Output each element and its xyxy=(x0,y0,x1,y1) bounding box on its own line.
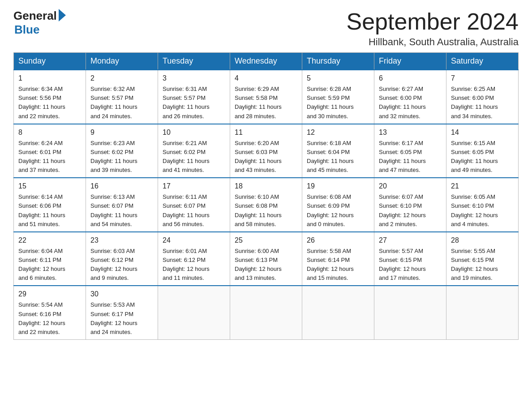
day-info: Sunrise: 6:20 AM Sunset: 6:03 PM Dayligh… xyxy=(235,139,297,175)
day-info: Sunrise: 6:31 AM Sunset: 5:57 PM Dayligh… xyxy=(163,85,225,121)
page-header: General Blue September 2024 Hillbank, So… xyxy=(13,9,519,48)
day-info: Sunrise: 6:03 AM Sunset: 6:12 PM Dayligh… xyxy=(90,247,153,283)
day-info: Sunrise: 6:34 AM Sunset: 5:56 PM Dayligh… xyxy=(18,85,81,121)
day-number: 26 xyxy=(307,235,369,246)
table-row: 30 Sunrise: 5:53 AM Sunset: 6:17 PM Dayl… xyxy=(86,286,158,339)
day-number: 21 xyxy=(451,181,514,192)
day-number: 8 xyxy=(18,127,81,138)
day-info: Sunrise: 5:54 AM Sunset: 6:16 PM Dayligh… xyxy=(18,300,81,337)
logo-arrow-icon xyxy=(59,9,66,21)
day-number: 1 xyxy=(18,73,81,84)
calendar-week-row: 15 Sunrise: 6:14 AM Sunset: 6:06 PM Dayl… xyxy=(14,178,519,232)
day-number: 9 xyxy=(90,127,153,138)
col-saturday: Saturday xyxy=(446,53,519,70)
calendar-week-row: 22 Sunrise: 6:04 AM Sunset: 6:11 PM Dayl… xyxy=(14,232,519,286)
day-number: 25 xyxy=(235,235,297,246)
table-row: 8 Sunrise: 6:24 AM Sunset: 6:01 PM Dayli… xyxy=(14,124,86,178)
day-info: Sunrise: 6:18 AM Sunset: 6:04 PM Dayligh… xyxy=(307,139,369,175)
table-row: 15 Sunrise: 6:14 AM Sunset: 6:06 PM Dayl… xyxy=(14,178,86,232)
day-info: Sunrise: 6:21 AM Sunset: 6:02 PM Dayligh… xyxy=(163,139,225,175)
table-row xyxy=(374,286,446,339)
table-row xyxy=(230,286,302,339)
day-number: 18 xyxy=(235,181,297,192)
table-row: 21 Sunrise: 6:05 AM Sunset: 6:10 PM Dayl… xyxy=(446,178,519,232)
logo-blue-text: Blue xyxy=(14,23,39,37)
table-row xyxy=(158,286,230,339)
table-row: 5 Sunrise: 6:28 AM Sunset: 5:59 PM Dayli… xyxy=(302,70,374,124)
calendar-week-row: 8 Sunrise: 6:24 AM Sunset: 6:01 PM Dayli… xyxy=(14,124,519,178)
calendar-week-row: 29 Sunrise: 5:54 AM Sunset: 6:16 PM Dayl… xyxy=(14,286,519,339)
day-info: Sunrise: 5:55 AM Sunset: 6:15 PM Dayligh… xyxy=(451,247,514,283)
calendar-header-row: Sunday Monday Tuesday Wednesday Thursday… xyxy=(14,53,519,70)
day-info: Sunrise: 6:17 AM Sunset: 6:05 PM Dayligh… xyxy=(379,139,442,175)
table-row xyxy=(302,286,374,339)
day-number: 3 xyxy=(163,73,225,84)
day-info: Sunrise: 6:14 AM Sunset: 6:06 PM Dayligh… xyxy=(18,193,81,229)
table-row: 25 Sunrise: 6:00 AM Sunset: 6:13 PM Dayl… xyxy=(230,232,302,286)
day-info: Sunrise: 6:10 AM Sunset: 6:08 PM Dayligh… xyxy=(235,193,297,229)
day-info: Sunrise: 6:15 AM Sunset: 6:05 PM Dayligh… xyxy=(451,139,514,175)
day-info: Sunrise: 6:04 AM Sunset: 6:11 PM Dayligh… xyxy=(18,247,81,283)
day-info: Sunrise: 5:57 AM Sunset: 6:15 PM Dayligh… xyxy=(379,247,442,283)
col-wednesday: Wednesday xyxy=(230,53,302,70)
day-info: Sunrise: 6:05 AM Sunset: 6:10 PM Dayligh… xyxy=(451,193,514,229)
calendar-week-row: 1 Sunrise: 6:34 AM Sunset: 5:56 PM Dayli… xyxy=(14,70,519,124)
table-row: 13 Sunrise: 6:17 AM Sunset: 6:05 PM Dayl… xyxy=(374,124,446,178)
table-row: 22 Sunrise: 6:04 AM Sunset: 6:11 PM Dayl… xyxy=(14,232,86,286)
calendar-table: Sunday Monday Tuesday Wednesday Thursday… xyxy=(13,52,519,340)
logo-general-text: General xyxy=(13,9,57,23)
day-info: Sunrise: 6:11 AM Sunset: 6:07 PM Dayligh… xyxy=(163,193,225,229)
table-row: 11 Sunrise: 6:20 AM Sunset: 6:03 PM Dayl… xyxy=(230,124,302,178)
day-number: 5 xyxy=(307,73,369,84)
location-title: Hillbank, South Australia, Australia xyxy=(347,36,519,48)
col-friday: Friday xyxy=(374,53,446,70)
day-number: 14 xyxy=(451,127,514,138)
day-number: 4 xyxy=(235,73,297,84)
day-info: Sunrise: 6:00 AM Sunset: 6:13 PM Dayligh… xyxy=(235,247,297,283)
day-number: 13 xyxy=(379,127,442,138)
table-row: 9 Sunrise: 6:23 AM Sunset: 6:02 PM Dayli… xyxy=(86,124,158,178)
table-row: 20 Sunrise: 6:07 AM Sunset: 6:10 PM Dayl… xyxy=(374,178,446,232)
day-info: Sunrise: 6:24 AM Sunset: 6:01 PM Dayligh… xyxy=(18,139,81,175)
table-row xyxy=(446,286,519,339)
col-sunday: Sunday xyxy=(14,53,86,70)
table-row: 1 Sunrise: 6:34 AM Sunset: 5:56 PM Dayli… xyxy=(14,70,86,124)
day-number: 17 xyxy=(163,181,225,192)
table-row: 7 Sunrise: 6:25 AM Sunset: 6:00 PM Dayli… xyxy=(446,70,519,124)
table-row: 19 Sunrise: 6:08 AM Sunset: 6:09 PM Dayl… xyxy=(302,178,374,232)
month-title: September 2024 xyxy=(347,9,519,34)
day-info: Sunrise: 6:28 AM Sunset: 5:59 PM Dayligh… xyxy=(307,85,369,121)
day-info: Sunrise: 5:53 AM Sunset: 6:17 PM Dayligh… xyxy=(90,300,153,337)
day-number: 19 xyxy=(307,181,369,192)
table-row: 16 Sunrise: 6:13 AM Sunset: 6:07 PM Dayl… xyxy=(86,178,158,232)
table-row: 6 Sunrise: 6:27 AM Sunset: 6:00 PM Dayli… xyxy=(374,70,446,124)
day-info: Sunrise: 6:13 AM Sunset: 6:07 PM Dayligh… xyxy=(90,193,153,229)
table-row: 2 Sunrise: 6:32 AM Sunset: 5:57 PM Dayli… xyxy=(86,70,158,124)
day-number: 24 xyxy=(163,235,225,246)
day-number: 6 xyxy=(379,73,442,84)
day-number: 28 xyxy=(451,235,514,246)
day-number: 7 xyxy=(451,73,514,84)
col-thursday: Thursday xyxy=(302,53,374,70)
table-row: 27 Sunrise: 5:57 AM Sunset: 6:15 PM Dayl… xyxy=(374,232,446,286)
day-info: Sunrise: 6:01 AM Sunset: 6:12 PM Dayligh… xyxy=(163,247,225,283)
day-number: 2 xyxy=(90,73,153,84)
day-number: 22 xyxy=(18,235,81,246)
table-row: 14 Sunrise: 6:15 AM Sunset: 6:05 PM Dayl… xyxy=(446,124,519,178)
table-row: 12 Sunrise: 6:18 AM Sunset: 6:04 PM Dayl… xyxy=(302,124,374,178)
col-tuesday: Tuesday xyxy=(158,53,230,70)
day-number: 27 xyxy=(379,235,442,246)
day-number: 30 xyxy=(90,289,153,300)
table-row: 26 Sunrise: 5:58 AM Sunset: 6:14 PM Dayl… xyxy=(302,232,374,286)
day-info: Sunrise: 6:32 AM Sunset: 5:57 PM Dayligh… xyxy=(90,85,153,121)
day-info: Sunrise: 6:27 AM Sunset: 6:00 PM Dayligh… xyxy=(379,85,442,121)
logo: General Blue xyxy=(13,9,66,37)
table-row: 17 Sunrise: 6:11 AM Sunset: 6:07 PM Dayl… xyxy=(158,178,230,232)
day-info: Sunrise: 6:25 AM Sunset: 6:00 PM Dayligh… xyxy=(451,85,514,121)
day-info: Sunrise: 6:07 AM Sunset: 6:10 PM Dayligh… xyxy=(379,193,442,229)
day-number: 11 xyxy=(235,127,297,138)
table-row: 23 Sunrise: 6:03 AM Sunset: 6:12 PM Dayl… xyxy=(86,232,158,286)
day-number: 12 xyxy=(307,127,369,138)
day-number: 15 xyxy=(18,181,81,192)
col-monday: Monday xyxy=(86,53,158,70)
